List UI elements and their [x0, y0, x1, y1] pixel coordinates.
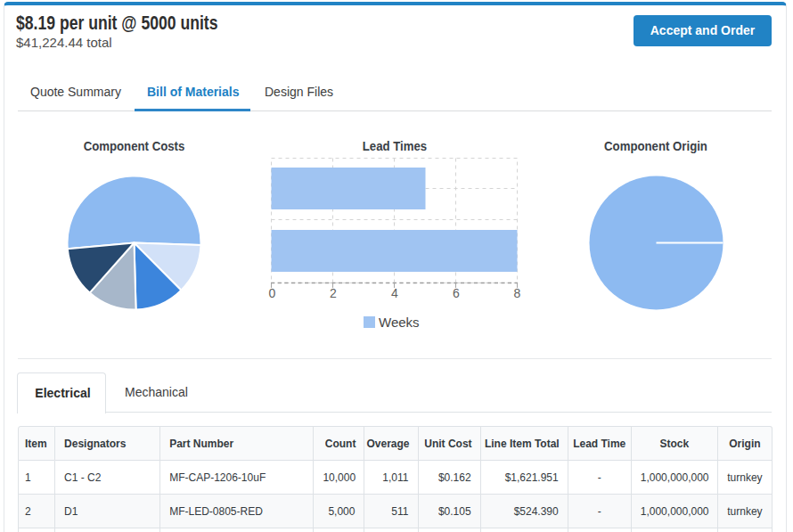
svg-text:2: 2 — [330, 286, 337, 300]
svg-text:4: 4 — [391, 286, 398, 300]
svg-text:8: 8 — [514, 286, 521, 300]
svg-text:Weeks: Weeks — [379, 315, 420, 330]
svg-text:0: 0 — [269, 286, 276, 300]
svg-text:6: 6 — [453, 286, 460, 300]
